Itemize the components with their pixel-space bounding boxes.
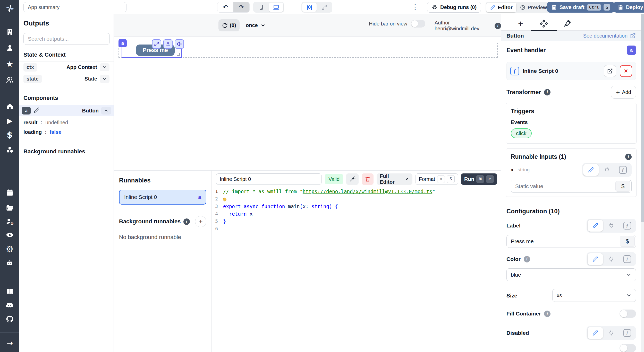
template-dollar-button[interactable]: $ [620, 236, 635, 247]
static-mode-button[interactable] [588, 220, 603, 232]
anchor-component-button[interactable]: ⚓ [163, 39, 173, 49]
resources-boxes-icon[interactable] [0, 145, 19, 155]
fullscreen-button[interactable] [317, 3, 332, 12]
edit-component-icon[interactable] [34, 107, 39, 114]
undo-button[interactable]: ↶ [217, 2, 233, 12]
template-dollar-button[interactable]: $ [615, 181, 630, 192]
script-name-input[interactable] [216, 173, 322, 185]
background-runnables-title: Background runnables [119, 218, 181, 225]
center-layout-button[interactable]: |0| [302, 3, 317, 12]
connect-mode-button[interactable] [604, 253, 619, 265]
more-options-menu[interactable]: ⋮ [412, 3, 419, 11]
app-canvas[interactable]: a ⚓ Press me [114, 37, 501, 170]
component-collapse-button[interactable] [101, 107, 111, 115]
ai-robot-icon[interactable] [0, 258, 19, 268]
eval-mode-button[interactable]: ƒ [620, 220, 635, 232]
github-icon[interactable] [0, 314, 19, 324]
styling-tab[interactable] [555, 17, 579, 30]
hide-bar-toggle[interactable] [411, 20, 425, 28]
static-mode-button[interactable] [583, 164, 599, 176]
component-output-row[interactable]: a Button [19, 105, 114, 116]
code-editor[interactable]: 1// import * as wmill from "https://deno… [212, 188, 501, 352]
editor-tab[interactable]: Editor [486, 3, 516, 12]
eval-mode-button[interactable]: ƒ [620, 327, 635, 339]
event-handler-script-card[interactable]: ƒ Inline Script 0 ✕ [506, 62, 636, 80]
user-icon[interactable] [0, 43, 19, 53]
static-mode-button[interactable] [588, 253, 603, 265]
see-documentation-link[interactable]: See documentation [583, 33, 636, 39]
app-summary-input[interactable] [23, 2, 126, 12]
discord-icon[interactable] [0, 300, 19, 310]
ctx-output-row[interactable]: ctx App Context [19, 61, 114, 73]
disabled-mode-toggle: ƒ [587, 326, 636, 340]
static-mode-button[interactable] [588, 327, 603, 339]
workers-icon[interactable]: ⚙ [0, 216, 19, 227]
move-component-button[interactable] [175, 39, 184, 49]
add-transformer-button[interactable]: + Add [611, 86, 636, 99]
open-script-button[interactable] [604, 65, 616, 77]
format-button[interactable]: Format ⌘ S [416, 173, 458, 185]
eval-mode-button[interactable]: ƒ [620, 253, 635, 265]
label-value-input[interactable] [507, 235, 620, 248]
recompute-mode-select[interactable]: once [246, 19, 266, 31]
home-icon[interactable] [0, 101, 19, 111]
connect-mode-button[interactable] [604, 327, 619, 339]
resize-handle[interactable] [177, 53, 180, 56]
audit-eye-icon[interactable] [0, 230, 19, 240]
static-value-input[interactable] [511, 180, 615, 192]
schedules-calendar-icon[interactable] [0, 188, 19, 198]
info-icon[interactable]: i [544, 311, 550, 317]
add-background-runnable-button[interactable]: + [195, 216, 206, 227]
info-icon[interactable]: i [524, 256, 530, 262]
remove-script-button[interactable]: ✕ [620, 65, 632, 77]
preview-tab[interactable]: Preview [516, 3, 551, 12]
deploy-button[interactable]: Deploy [614, 2, 644, 13]
scrollbar-thumb[interactable] [641, 14, 644, 222]
info-icon[interactable]: i [625, 154, 632, 160]
fill-container-toggle[interactable] [620, 310, 636, 318]
info-icon[interactable]: i [544, 89, 550, 95]
workspace-icon[interactable] [0, 27, 19, 37]
delete-script-button[interactable] [362, 173, 374, 185]
settings-gear-icon[interactable]: ⚙ [0, 243, 19, 255]
state-expand-button[interactable] [100, 75, 109, 83]
desktop-view-button[interactable] [269, 3, 283, 12]
collapse-arrow-icon[interactable]: → [0, 338, 19, 348]
debug-runs-button[interactable]: Debug runs (0) [427, 2, 481, 13]
script-name: Inline Script 0 [124, 194, 157, 200]
size-select[interactable]: xs [552, 289, 636, 302]
ctx-key: ctx [23, 63, 37, 72]
connect-mode-button[interactable] [604, 220, 619, 232]
disabled-toggle[interactable] [620, 344, 636, 352]
refresh-components-button[interactable]: (0) [218, 19, 240, 31]
info-icon[interactable]: i [495, 23, 501, 29]
windmill-app-editor: ★ ▶ $ ⚙ ⚙ [0, 0, 644, 352]
runs-play-icon[interactable]: ▶ [0, 116, 19, 126]
redo-button[interactable]: ↷ [233, 2, 249, 12]
windmill-logo-icon[interactable] [0, 3, 19, 13]
save-draft-button[interactable]: Save draft Ctrl S [547, 2, 614, 13]
right-panel-scrollbar[interactable] [641, 14, 644, 352]
search-outputs-input[interactable] [23, 33, 110, 45]
favorites-star-icon[interactable]: ★ [0, 59, 19, 69]
variables-dollar-icon[interactable]: $ [0, 130, 19, 140]
mobile-view-button[interactable] [254, 3, 268, 12]
ai-assistant-button[interactable] [346, 173, 359, 185]
full-editor-button[interactable]: Full Editor [377, 173, 412, 185]
state-output-row[interactable]: state State [19, 73, 114, 85]
folders-icon[interactable] [0, 203, 19, 213]
insert-component-tab[interactable]: + [509, 17, 532, 30]
groups-icon[interactable] [0, 75, 19, 85]
trash-icon [365, 176, 370, 182]
info-icon[interactable]: i [183, 218, 190, 225]
script-name: Inline Script 0 [523, 68, 600, 74]
run-button[interactable]: Run ⌘ ↵ [461, 173, 497, 185]
color-select[interactable]: blue [506, 268, 636, 281]
connect-mode-button[interactable] [599, 164, 615, 176]
eval-mode-button[interactable]: ƒ [615, 164, 631, 176]
expand-component-button[interactable] [152, 39, 161, 49]
docs-book-icon[interactable] [0, 286, 19, 297]
ctx-expand-button[interactable] [100, 63, 109, 71]
component-settings-tab[interactable] [532, 17, 555, 30]
inline-script-item[interactable]: Inline Script 0 a [119, 190, 206, 205]
